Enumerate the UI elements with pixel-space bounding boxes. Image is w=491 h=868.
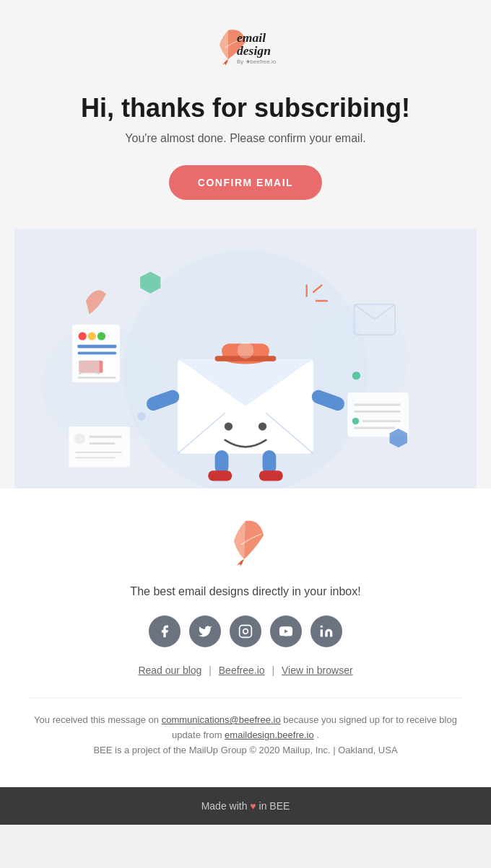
svg-point-38 <box>352 418 359 424</box>
footer-section: The best email designs directly in your … <box>0 488 491 786</box>
heart-icon: ♥ <box>250 800 256 812</box>
youtube-icon[interactable] <box>270 615 302 647</box>
beefree-link[interactable]: Beefree.io <box>219 665 265 676</box>
bottom-bar-text-after: in BEE <box>256 800 290 812</box>
footer-logo-image <box>224 517 267 568</box>
svg-point-15 <box>238 343 254 359</box>
svg-point-23 <box>78 332 86 340</box>
svg-point-11 <box>258 423 266 431</box>
footer-logo <box>29 517 462 571</box>
legal-copyright: BEE is a project of the MailUp Group © 2… <box>29 743 462 758</box>
svg-rect-56 <box>321 630 323 637</box>
svg-rect-21 <box>259 470 283 481</box>
read-blog-link[interactable]: Read our blog <box>138 665 201 676</box>
twitter-icon[interactable] <box>189 615 221 647</box>
link-separator-1: | <box>209 665 212 676</box>
svg-point-43 <box>74 434 85 444</box>
svg-text:By ★beefree.io: By ★beefree.io <box>237 58 277 65</box>
svg-point-24 <box>88 332 96 340</box>
link-separator-2: | <box>272 665 275 676</box>
svg-rect-18 <box>215 450 229 474</box>
footer-tagline: The best email designs directly in your … <box>29 585 462 598</box>
confirm-email-button[interactable]: CONFIRM EMAIL <box>169 165 322 200</box>
legal-email-link[interactable]: communications@beefree.io <box>162 714 281 725</box>
svg-point-51 <box>137 413 145 421</box>
instagram-icon[interactable] <box>230 615 261 647</box>
svg-text:design: design <box>237 43 271 58</box>
footer-links: Read our blog | Beefree.io | View in bro… <box>29 665 462 676</box>
social-icons-container <box>29 615 462 647</box>
view-in-browser-link[interactable]: View in browser <box>282 665 353 676</box>
page-headline: Hi, thanks for subscribing! <box>14 92 477 123</box>
linkedin-icon[interactable] <box>310 615 342 647</box>
svg-rect-53 <box>240 626 252 638</box>
bottom-bar: Made with ♥ in BEE <box>0 787 491 825</box>
svg-point-52 <box>352 372 360 380</box>
svg-rect-42 <box>69 426 130 467</box>
legal-text-line1: You received this message on communicati… <box>29 713 462 743</box>
logo-container: email design By ★beefree.io <box>14 22 477 71</box>
page-subheadline: You're almost done. Please confirm your … <box>14 132 477 145</box>
svg-rect-19 <box>263 450 277 474</box>
facebook-icon[interactable] <box>149 615 181 647</box>
svg-point-10 <box>225 423 233 431</box>
svg-rect-20 <box>208 470 232 481</box>
hero-section: email design By ★beefree.io Hi, thanks f… <box>0 0 491 488</box>
hero-illustration <box>14 229 477 488</box>
svg-point-57 <box>321 626 323 628</box>
svg-point-25 <box>97 332 105 340</box>
illustration-area <box>14 229 477 488</box>
logo-image: email design By ★beefree.io <box>188 22 303 68</box>
legal-site-link[interactable]: emaildesign.beefre.io <box>225 729 314 740</box>
bottom-bar-text-before: Made with <box>201 800 251 812</box>
footer-legal: You received this message on communicati… <box>29 698 462 772</box>
